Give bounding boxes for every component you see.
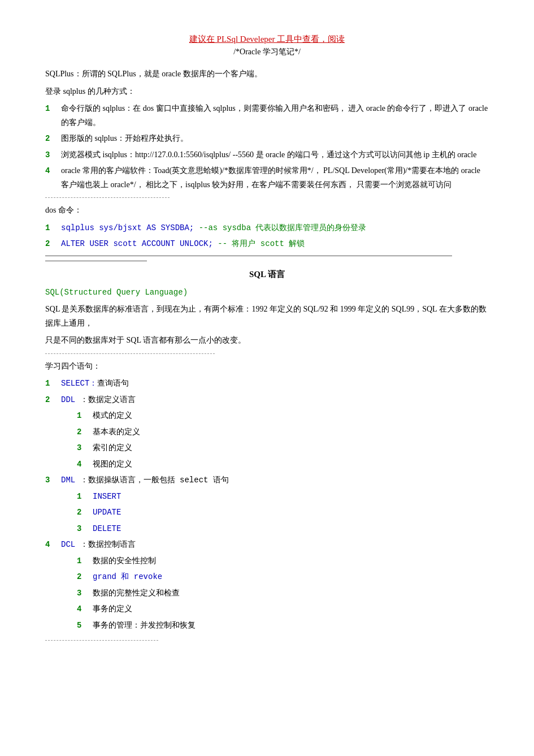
num-3: 3	[45, 148, 61, 162]
dos-item-2-text: ALTER USER scott ACCOUNT UNLOCK; -- 将用户 …	[61, 237, 305, 251]
ddl-sub-num-4: 4	[77, 457, 93, 472]
dcl-sub-4-text: 事务的定义	[93, 602, 132, 616]
dml-sub-3: 3 DELETE	[45, 522, 489, 536]
dcl-sub-3: 3 数据的完整性定义和检查	[45, 586, 489, 601]
login-method-4-text: oracle 常用的客户端软件：Toad(英文意思蛤蟆)/*数据库管理的时候常用…	[61, 164, 489, 192]
ddl-sub-num-2: 2	[77, 425, 93, 439]
learn-item-3: 3 DML ：数据操纵语言，一般包括 select 语句	[45, 473, 489, 487]
dos-item-1-text: sqlplus sys/bjsxt AS SYSDBA; --as sysdba…	[61, 221, 366, 235]
learn-item-4-main: DCL ：数据控制语言	[61, 538, 136, 552]
sql-intro-line2: SQL 是关系数据库的标准语言，到现在为止，有两个标准：1992 年定义的 SQ…	[45, 303, 489, 330]
dml-sub-1: 1 INSERT	[45, 490, 489, 504]
ddl-sub-4: 4 视图的定义	[45, 457, 489, 472]
ddl-sub-3-text: 索引的定义	[93, 441, 132, 455]
ddl-sub-4-text: 视图的定义	[93, 457, 132, 472]
divider-short-1	[45, 197, 170, 198]
learn-item-3-main: DML ：数据操纵语言，一般包括 select 语句	[61, 473, 229, 487]
learn-num-1: 1	[45, 377, 61, 391]
dml-sub-num-2: 2	[77, 506, 93, 520]
login-method-3-text: 浏览器模式 isqlplus：http://127.0.0.1:5560/isq…	[61, 148, 476, 162]
learn-item-1: 1 SELECT：查询语句	[45, 377, 489, 391]
learn-num-3: 3	[45, 473, 61, 487]
dml-sub-1-text: INSERT	[93, 490, 121, 504]
num-4: 4	[45, 164, 61, 192]
title-link-text[interactable]: 建议在 PLSql Develeper 工具中查看，阅读	[189, 34, 345, 44]
login-method-2-text: 图形版的 sqlplus：开始程序处执行。	[61, 132, 188, 146]
dml-sub-num-3: 3	[77, 522, 93, 536]
dcl-sub-num-2: 2	[77, 570, 93, 584]
ddl-sub-3: 3 索引的定义	[45, 441, 489, 455]
dos-item-2: 2 ALTER USER scott ACCOUNT UNLOCK; -- 将用…	[45, 237, 489, 251]
learn-item-2: 2 DDL ：数据定义语言	[45, 393, 489, 407]
dcl-sub-num-5: 5	[77, 619, 93, 633]
login-method-2: 2 图形版的 sqlplus：开始程序处执行。	[45, 132, 489, 146]
dml-sub-2-text: UPDATE	[93, 506, 121, 520]
page-container: 建议在 PLSql Develeper 工具中查看，阅读 /*Oracle 学习…	[0, 0, 534, 680]
learn-item-2-main: DDL ：数据定义语言	[61, 393, 136, 407]
ddl-sub-1: 1 模式的定义	[45, 409, 489, 423]
subtitle: /*Oracle 学习笔记*/	[45, 47, 489, 57]
learn-num-2: 2	[45, 393, 61, 407]
dos-num-1: 1	[45, 221, 61, 235]
ddl-sub-2-text: 基本表的定义	[93, 425, 140, 439]
dos-title: dos 命令：	[45, 204, 489, 218]
divider-mid	[45, 353, 215, 354]
ddl-sub-num-3: 3	[77, 441, 93, 455]
num-1: 1	[45, 102, 61, 129]
login-method-3: 3 浏览器模式 isqlplus：http://127.0.0.1:5560/i…	[45, 148, 489, 162]
learn-item-1-text: SELECT：查询语句	[61, 377, 129, 391]
login-method-4: 4 oracle 常用的客户端软件：Toad(英文意思蛤蟆)/*数据库管理的时候…	[45, 164, 489, 192]
dcl-sub-1: 1 数据的安全性控制	[45, 554, 489, 568]
title-link-section: 建议在 PLSql Develeper 工具中查看，阅读	[45, 34, 489, 45]
learn-item-4: 4 DCL ：数据控制语言	[45, 538, 489, 552]
login-method-1-text: 命令行版的 sqlplus：在 dos 窗口中直接输入 sqlplus，则需要你…	[61, 102, 489, 129]
login-method-1: 1 命令行版的 sqlplus：在 dos 窗口中直接输入 sqlplus，则需…	[45, 102, 489, 129]
dml-sub-3-text: DELETE	[93, 522, 121, 536]
divider-short-2	[45, 261, 147, 261]
dcl-sub-num-4: 4	[77, 602, 93, 616]
ddl-sub-2: 2 基本表的定义	[45, 425, 489, 439]
dcl-sub-5: 5 事务的管理：并发控制和恢复	[45, 619, 489, 633]
ddl-sub-num-1: 1	[77, 409, 93, 423]
dcl-sub-4: 4 事务的定义	[45, 602, 489, 616]
sql-intro-label: SQL(Structured Query Language)	[45, 286, 489, 300]
sql-intro-line3: 只是不同的数据库对于 SQL 语言都有那么一点小的改变。	[45, 334, 489, 348]
num-2: 2	[45, 132, 61, 146]
sql-section-title: SQL 语言	[45, 269, 489, 280]
dml-sub-num-1: 1	[77, 490, 93, 504]
learn-title: 学习四个语句：	[45, 360, 489, 374]
dcl-sub-2-text: grand 和 revoke	[93, 570, 162, 584]
ddl-sub-1-text: 模式的定义	[93, 409, 132, 423]
dcl-sub-3-text: 数据的完整性定义和检查	[93, 586, 180, 601]
learn-num-4: 4	[45, 538, 61, 552]
intro-line2: 登录 sqlplus 的几种方式：	[45, 85, 489, 99]
dml-sub-2: 2 UPDATE	[45, 506, 489, 520]
dcl-sub-2: 2 grand 和 revoke	[45, 570, 489, 584]
dcl-sub-5-text: 事务的管理：并发控制和恢复	[93, 619, 196, 633]
dcl-sub-num-3: 3	[77, 586, 93, 601]
divider-long-1	[45, 256, 452, 256]
dos-item-1: 1 sqlplus sys/bjsxt AS SYSDBA; --as sysd…	[45, 221, 489, 235]
dos-num-2: 2	[45, 237, 61, 251]
intro-line1: SQLPlus：所谓的 SQLPlus，就是 oracle 数据库的一个客户端。	[45, 67, 489, 81]
dcl-sub-1-text: 数据的安全性控制	[93, 554, 156, 568]
divider-final	[45, 640, 158, 641]
dcl-sub-num-1: 1	[77, 554, 93, 568]
